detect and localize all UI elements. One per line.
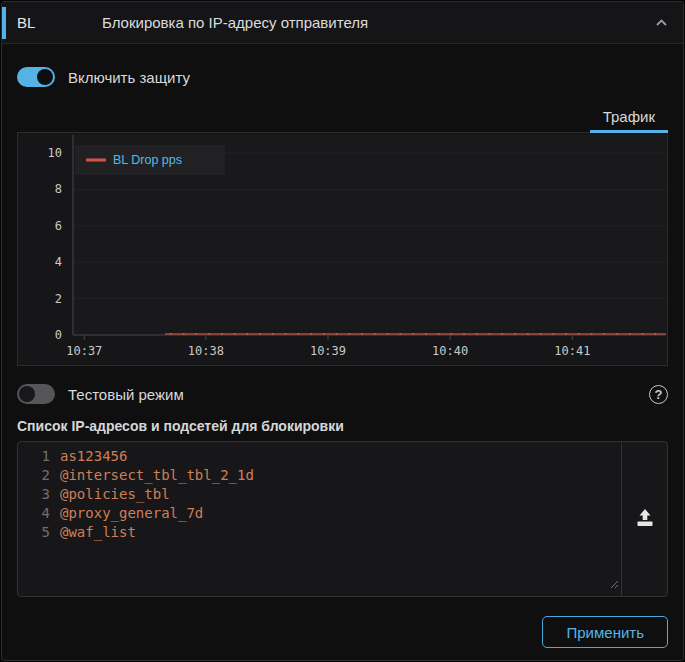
line-text: as123456 [60,447,127,466]
svg-text:0: 0 [55,328,62,342]
code-line: 5 @waf_list [18,523,621,542]
line-number: 3 [18,485,60,504]
protection-toggle-label: Включить защиту [68,69,190,86]
svg-text:10: 10 [48,146,62,160]
resize-grip[interactable] [609,575,619,594]
svg-text:10:39: 10:39 [310,344,346,358]
upload-icon [635,509,655,530]
svg-text:10:41: 10:41 [554,344,590,358]
traffic-chart: BL Drop pps024681010:3710:3810:3910:4010… [17,132,668,366]
code-line: 1 as123456 [18,447,621,466]
test-mode-row: Тестовый режим ? [17,382,668,406]
code-line: 3 @policies_tbl [18,485,621,504]
svg-text:6: 6 [55,219,62,233]
protection-toggle-row: Включить защиту [17,65,668,89]
svg-text:10:40: 10:40 [432,344,468,358]
toggle-knob [19,386,35,402]
protection-toggle[interactable] [17,67,55,87]
svg-text:4: 4 [55,255,62,269]
apply-button[interactable]: Применить [542,616,668,648]
line-number: 5 [18,523,60,542]
panel-header[interactable]: BL Блокировка по IP-адресу отправителя [2,2,683,44]
help-icon[interactable]: ? [649,385,668,404]
svg-text:10:38: 10:38 [188,344,224,358]
tab-bar: Трафик [17,102,668,133]
panel-badge: BL [17,14,102,31]
svg-text:10:37: 10:37 [66,344,102,358]
upload-button[interactable] [629,503,661,536]
test-mode-toggle[interactable] [17,384,55,404]
svg-text:2: 2 [55,292,62,306]
header-accent-bar [2,7,6,39]
code-line: 2 @intersect_tbl_tbl_2_1d [18,466,621,485]
line-number: 1 [18,447,60,466]
tab-traffic[interactable]: Трафик [590,102,668,133]
line-text: @proxy_general_7d [60,504,203,523]
svg-text:BL Drop pps: BL Drop pps [113,153,182,167]
editor-side-panel [621,442,667,596]
line-number: 2 [18,466,60,485]
line-number: 4 [18,504,60,523]
block-list-editor: 1 as123456 2 @intersect_tbl_tbl_2_1d 3 @… [17,441,668,597]
chevron-up-icon[interactable] [655,18,668,27]
line-text: @intersect_tbl_tbl_2_1d [60,466,254,485]
line-text: @waf_list [60,523,136,542]
block-list-textarea[interactable]: 1 as123456 2 @intersect_tbl_tbl_2_1d 3 @… [18,442,621,596]
block-list-label: Список IP-адресов и подсетей для блокиро… [17,418,668,434]
line-text: @policies_tbl [60,485,170,504]
svg-text:8: 8 [55,182,62,196]
footer: Применить [17,616,668,648]
bl-protection-panel: BL Блокировка по IP-адресу отправителя В… [1,1,684,661]
test-mode-label: Тестовый режим [68,386,184,403]
panel-title: Блокировка по IP-адресу отправителя [102,14,655,31]
toggle-knob [37,69,53,85]
code-line: 4 @proxy_general_7d [18,504,621,523]
